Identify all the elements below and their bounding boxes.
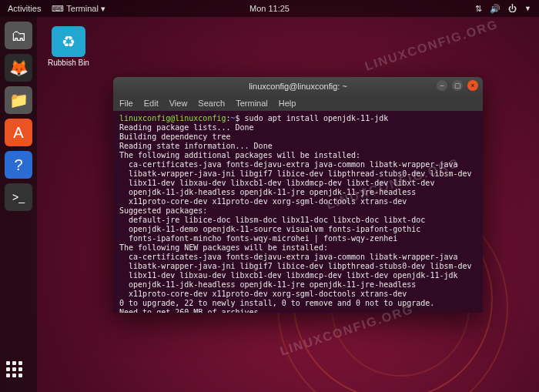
terminal-menubar: File Edit View Search Terminal Help	[113, 95, 483, 111]
dock-files-icon[interactable]: 🗂	[5, 22, 32, 49]
window-titlebar[interactable]: linuxconfig@linuxconfig: ~ – ▢ ×	[113, 77, 483, 95]
output-lines: Reading package lists... Done Building d…	[119, 123, 472, 313]
minimize-button[interactable]: –	[437, 80, 447, 91]
trash-icon: ♻	[52, 26, 85, 57]
prompt-user: linuxconfig@linuxconfig	[119, 114, 226, 122]
dock-software-icon[interactable]: A	[5, 119, 32, 146]
menu-terminal[interactable]: Terminal	[236, 99, 268, 108]
power-icon[interactable]: ⏻	[508, 4, 517, 13]
dock-terminal-icon[interactable]: >_	[5, 183, 32, 211]
top-bar: Activities ⌨ Terminal ▾ Mon 11:25 ⇅ 🔊 ⏻ …	[0, 0, 539, 17]
prompt-path: ~	[231, 114, 236, 122]
window-title: linuxconfig@linuxconfig: ~	[249, 82, 347, 91]
menu-search[interactable]: Search	[198, 99, 225, 108]
network-icon[interactable]: ⇅	[475, 4, 482, 14]
watermark: LINUXCONFIG.ORG	[363, 17, 500, 73]
close-button[interactable]: ×	[467, 80, 478, 91]
dock: 🗂 🦊 📁 A ? >_	[0, 17, 37, 392]
show-applications-button[interactable]	[6, 361, 31, 386]
app-menu-label: Terminal ▾	[66, 4, 105, 13]
menu-view[interactable]: View	[169, 99, 188, 108]
maximize-button[interactable]: ▢	[452, 80, 463, 91]
trash-label: Rubbish Bin	[48, 59, 89, 67]
activities-button[interactable]: Activities	[8, 4, 41, 14]
menu-file[interactable]: File	[119, 99, 133, 108]
desktop-trash[interactable]: ♻ Rubbish Bin	[48, 26, 89, 67]
app-menu[interactable]: ⌨ Terminal ▾	[52, 4, 105, 14]
dock-help-icon[interactable]: ?	[5, 151, 32, 179]
volume-icon[interactable]: 🔊	[490, 4, 500, 14]
command-text: sudo apt install openjdk-11-jdk	[245, 114, 389, 122]
menu-edit[interactable]: Edit	[144, 99, 159, 108]
dock-firefox-icon[interactable]: 🦊	[5, 54, 32, 82]
terminal-window: linuxconfig@linuxconfig: ~ – ▢ × File Ed…	[113, 77, 483, 313]
system-menu-chevron-icon[interactable]: ▼	[524, 5, 531, 12]
menu-help[interactable]: Help	[279, 99, 296, 108]
dock-nautilus-icon[interactable]: 📁	[5, 86, 32, 114]
terminal-output[interactable]: linuxconfig@linuxconfig:~$ sudo apt inst…	[113, 111, 483, 313]
clock[interactable]: Mon 11:25	[249, 4, 290, 13]
terminal-icon: ⌨	[52, 4, 64, 13]
